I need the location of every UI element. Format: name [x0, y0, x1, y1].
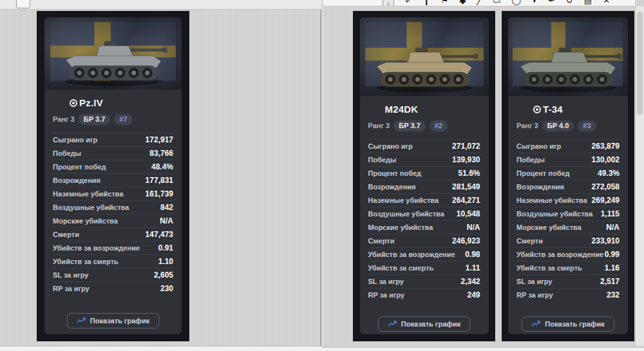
slash-tool-icon[interactable]: ╱: [477, 0, 482, 5]
screenshot-panel-t34: T-34 Ранг 3 БР 4.0 #3 Сыграно игр263,879…: [502, 11, 634, 341]
rank-number-badge: #7: [114, 114, 132, 125]
vertical-scrollbar[interactable]: [635, 6, 644, 346]
stat-value: 161,739: [146, 189, 173, 198]
stat-value: 0.99: [605, 250, 620, 259]
stats-list: Сыграно игр263,879Победы130,002Процент п…: [516, 139, 620, 301]
stat-label: Убийств за возрождение: [368, 251, 455, 258]
stat-label: Победы: [368, 156, 397, 164]
stat-value: 230: [160, 284, 173, 293]
card-body: M24DK Ранг 3 БР 3.7 #2 Сыграно игр271,07…: [360, 96, 489, 334]
card-body: T-34 Ранг 3 БР 4.0 #3 Сыграно игр263,879…: [508, 96, 628, 334]
stat-label: Победы: [53, 149, 81, 157]
stat-value: 249: [467, 290, 480, 299]
stat-value: 2,342: [460, 277, 480, 286]
chart-icon: [77, 318, 86, 324]
arrow-down-tool-button[interactable]: ↓: [383, 0, 394, 6]
grid-tool-icon[interactable]: ▤: [584, 0, 592, 5]
stat-label: Убийств за возрождение: [53, 244, 140, 252]
vehicle-name: T-34: [543, 104, 563, 115]
stat-value: 0.91: [158, 243, 173, 252]
stat-value: N/A: [160, 216, 173, 225]
flag-tool-icon[interactable]: ⚑: [441, 0, 449, 5]
br-badge: БР 3.7: [393, 120, 426, 131]
stat-value: 842: [160, 203, 173, 212]
stat-row: RP за игру232: [516, 288, 620, 301]
stat-label: Наземные убийства: [368, 196, 439, 204]
stat-row: Убийств за возрождение0.91: [53, 241, 173, 254]
stat-label: Убийств за смерть: [516, 264, 582, 272]
stat-value: N/A: [606, 223, 620, 232]
stat-value: 2,517: [600, 277, 620, 286]
rect-tool-icon[interactable]: ▭: [493, 0, 500, 5]
stat-value: 264,271: [452, 196, 480, 205]
stat-value: 1.10: [158, 257, 173, 266]
stat-label: Убийств за смерть: [53, 258, 118, 265]
stat-value: 263,879: [592, 142, 620, 151]
vehicle-name: M24DK: [385, 104, 419, 115]
vehicle-name: Pz.IV: [79, 97, 103, 108]
stat-row: Победы83,766: [53, 146, 173, 160]
rank-label: Ранг 3: [53, 115, 75, 123]
stat-label: SL за игру: [53, 271, 88, 279]
stat-row: Убийств за смерть1.10: [53, 254, 173, 268]
tool-icons: ✐❙⚑◆╱▭◯◗✒↺▤✕: [405, 0, 610, 5]
stat-value: 281,549: [452, 182, 480, 191]
stat-row: Воздушные убийства1,115: [516, 207, 620, 220]
pencil-tool-icon[interactable]: ✐: [405, 0, 412, 5]
stat-label: RP за игру: [53, 285, 90, 292]
stat-value: 1.16: [605, 263, 620, 272]
stat-row: Морские убийстваN/A: [516, 220, 620, 234]
close-tool-icon[interactable]: ✕: [603, 0, 610, 5]
stat-label: Процент побед: [368, 169, 422, 177]
stat-label: SL за игру: [516, 278, 552, 285]
stat-row: Процент побед51.6%: [368, 166, 480, 180]
stat-label: Воздушные убийства: [516, 210, 592, 218]
stat-row: Убийств за возрождение0.99: [516, 247, 620, 261]
window-toolbar-button[interactable]: [16, 0, 30, 8]
circle-tool-icon[interactable]: ◯: [512, 0, 522, 5]
card-title-row: Pz.IV: [53, 97, 173, 108]
stat-label: Морские убийства: [516, 223, 582, 231]
stat-row: Наземные убийства161,739: [53, 187, 173, 200]
stat-row: Убийств за смерть1.16: [516, 261, 620, 274]
stat-row: Возрождения281,549: [368, 180, 480, 193]
stat-value: 1,115: [601, 209, 620, 218]
vehicle-image: [360, 17, 489, 96]
undo-tool-icon[interactable]: ↺: [566, 0, 573, 5]
line-tool-icon[interactable]: ❙: [423, 0, 430, 5]
scrollbar-thumb[interactable]: [637, 12, 643, 115]
vehicle-card: M24DK Ранг 3 БР 3.7 #2 Сыграно игр271,07…: [360, 17, 489, 334]
stat-label: Убийств за возрождение: [516, 251, 603, 258]
stat-label: Воздушные убийства: [53, 204, 129, 211]
rank-row: Ранг 3 БР 3.7 #2: [368, 120, 480, 131]
stat-value: 246,923: [452, 236, 480, 245]
stat-label: Сыграно игр: [516, 142, 561, 150]
show-chart-button[interactable]: Показать график: [67, 313, 159, 328]
stat-row: Морские убийстваN/A: [368, 220, 480, 234]
stat-label: Возрождения: [516, 183, 564, 191]
stat-value: 10,548: [457, 209, 480, 218]
stat-row: Воздушные убийства842: [53, 200, 173, 214]
button-row: Показать график: [53, 313, 173, 328]
show-chart-label: Показать график: [545, 320, 604, 328]
stat-value: 272,058: [592, 182, 620, 191]
diamond-tool-icon[interactable]: ◆: [459, 0, 466, 5]
stat-label: RP за игру: [368, 291, 405, 299]
pen-tool-icon[interactable]: ✒: [548, 0, 555, 5]
right-window-status-bar: [322, 347, 644, 351]
stat-value: 271,072: [452, 142, 480, 151]
show-chart-button[interactable]: Показать график: [522, 316, 614, 332]
button-row: Показать график: [368, 316, 480, 332]
stat-row: SL за игру2,342: [368, 274, 480, 288]
show-chart-label: Показать график: [90, 317, 149, 325]
stat-row: Победы139,930: [368, 153, 480, 166]
halfcircle-tool-icon[interactable]: ◗: [532, 0, 537, 5]
br-badge: БР 4.0: [542, 120, 574, 131]
stat-row: Смерти147,473: [53, 227, 173, 241]
stat-row: Наземные убийства269,249: [516, 193, 620, 207]
stat-value: 269,249: [592, 196, 620, 205]
stat-value: 1.11: [466, 263, 480, 272]
stat-value: 2,605: [154, 270, 173, 280]
stat-value: N/A: [467, 223, 480, 232]
show-chart-button[interactable]: Показать график: [378, 316, 470, 332]
